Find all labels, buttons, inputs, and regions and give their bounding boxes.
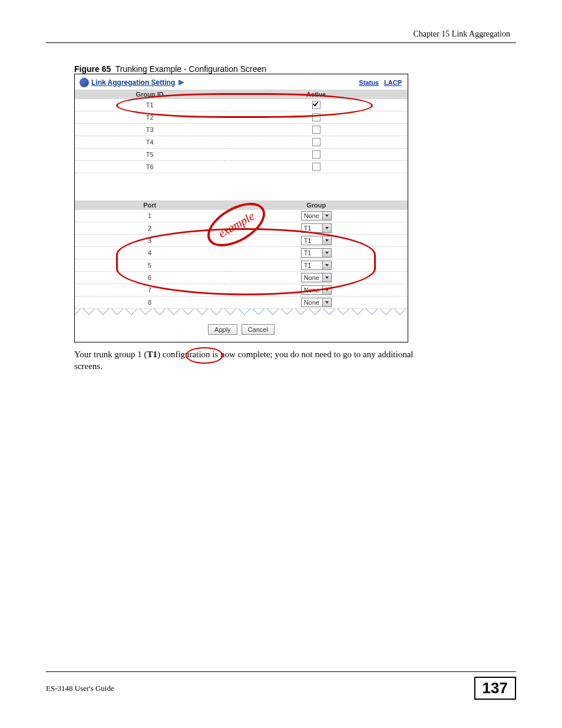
group-id-table: Group ID Active T1 T2 T3 T4 T5 T6 xyxy=(75,90,408,200)
apply-button[interactable]: Apply xyxy=(208,324,237,335)
panel-title-row: Link Aggregation Setting Status LACP xyxy=(75,74,408,90)
table-row: T1 xyxy=(75,99,408,111)
group-id-cell: T6 xyxy=(75,161,224,173)
group-select[interactable]: None xyxy=(301,211,332,220)
page-footer: ES-3148 User's Guide 137 xyxy=(46,671,516,700)
panel-title: Link Aggregation Setting xyxy=(91,78,175,87)
group-id-cell: T5 xyxy=(75,149,224,161)
table-row: 3T1 xyxy=(75,235,408,247)
chevron-down-icon xyxy=(322,224,331,232)
port-cell: 5 xyxy=(75,259,224,272)
active-checkbox[interactable] xyxy=(312,163,320,171)
group-id-cell: T4 xyxy=(75,136,224,149)
figure-number: Figure 65 xyxy=(74,64,111,74)
active-checkbox[interactable] xyxy=(312,138,320,146)
group-select[interactable]: T1 xyxy=(301,223,332,233)
active-checkbox[interactable] xyxy=(312,113,320,121)
page-number: 137 xyxy=(474,677,516,700)
chevron-down-icon xyxy=(322,286,331,294)
table-row: 5T1 xyxy=(75,259,408,272)
port-cell: 4 xyxy=(75,247,224,259)
truncation-marker xyxy=(75,309,408,319)
group-select[interactable]: None xyxy=(301,285,332,295)
table-row: T5 xyxy=(75,149,408,161)
footer-rule xyxy=(46,671,516,672)
action-buttons: Apply Cancel xyxy=(75,319,408,342)
chevron-down-icon xyxy=(322,261,331,269)
group-select[interactable]: T1 xyxy=(301,236,332,245)
header-rule xyxy=(46,42,516,43)
table-row: 2T1 xyxy=(75,222,408,235)
chevron-down-icon xyxy=(322,249,331,257)
chevron-down-icon xyxy=(322,212,331,220)
chevron-down-icon xyxy=(322,274,331,282)
cancel-button[interactable]: Cancel xyxy=(242,324,275,335)
figure-caption: Figure 65 Trunking Example - Configurati… xyxy=(74,64,516,74)
chapter-header: Chapter 15 Link Aggregation xyxy=(46,29,516,39)
active-checkbox[interactable] xyxy=(312,126,320,134)
table-row: T6 xyxy=(75,161,408,173)
col-header-group-id: Group ID xyxy=(75,90,224,99)
config-screen: Link Aggregation Setting Status LACP Gro… xyxy=(74,74,408,342)
port-cell: 6 xyxy=(75,272,224,284)
active-checkbox[interactable] xyxy=(312,150,320,159)
table-row: 1None xyxy=(75,210,408,222)
group-id-cell: T3 xyxy=(75,124,224,136)
table-row: 8None xyxy=(75,297,408,309)
port-group-table: Port Group 1None 2T1 3T1 4T1 5T1 6None 7… xyxy=(75,200,408,309)
col-header-port: Port xyxy=(75,200,224,210)
port-cell: 3 xyxy=(75,235,224,247)
group-id-cell: T1 xyxy=(75,99,224,111)
group-select[interactable]: None xyxy=(301,273,332,282)
port-cell: 1 xyxy=(75,210,224,222)
group-select[interactable]: T1 xyxy=(301,261,332,270)
table-row: 7None xyxy=(75,284,408,297)
table-row: 4T1 xyxy=(75,247,408,259)
lacp-link[interactable]: LACP xyxy=(384,79,402,86)
footer-guide: ES-3148 User's Guide xyxy=(46,684,114,693)
panel-links: Status LACP xyxy=(355,79,402,86)
port-cell: 7 xyxy=(75,284,224,297)
port-cell: 2 xyxy=(75,222,224,235)
port-cell: 8 xyxy=(75,297,224,309)
group-id-cell: T2 xyxy=(75,111,224,124)
table-row: T4 xyxy=(75,136,408,149)
panel-tab: Link Aggregation Setting xyxy=(80,78,184,87)
col-header-active: Active xyxy=(224,90,408,99)
table-row: T2 xyxy=(75,111,408,124)
table-row: 6None xyxy=(75,272,408,284)
chevron-down-icon xyxy=(322,298,331,307)
body-text: Your trunk group 1 (T1) configuration is… xyxy=(74,348,439,373)
status-link[interactable]: Status xyxy=(359,79,379,86)
group-select[interactable]: T1 xyxy=(301,248,332,258)
bullet-icon xyxy=(80,78,89,87)
group-select[interactable]: None xyxy=(301,298,332,307)
figure-title: Trunking Example - Configuration Screen xyxy=(115,64,266,74)
table-row: T3 xyxy=(75,124,408,136)
chevron-down-icon xyxy=(322,236,331,245)
col-header-group: Group xyxy=(224,200,408,210)
tab-tail-icon xyxy=(178,80,184,85)
active-checkbox[interactable] xyxy=(312,101,320,109)
